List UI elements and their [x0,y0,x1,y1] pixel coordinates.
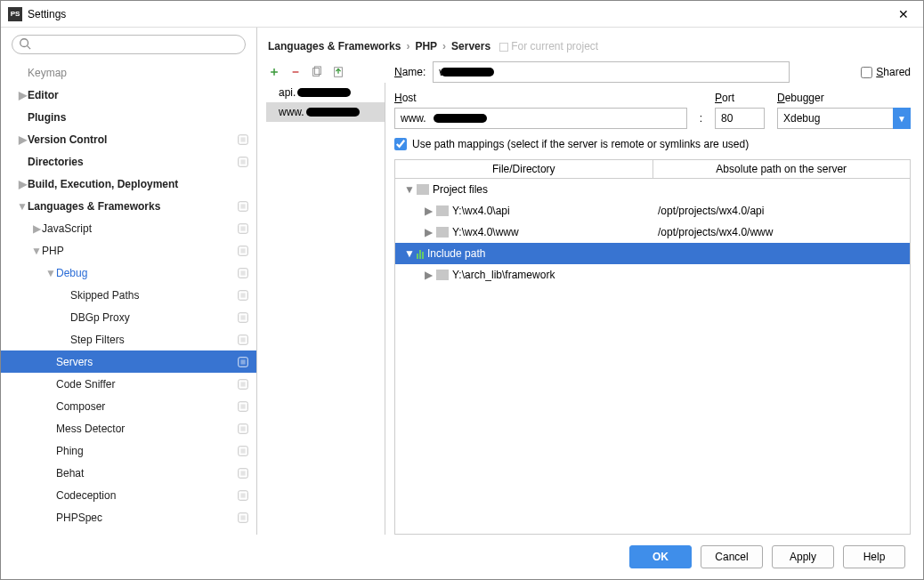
breadcrumb-sep-icon: › [442,40,446,52]
mapping-header-abs[interactable]: Absolute path on the server [653,160,911,178]
sidebar-item-javascript[interactable]: ▶JavaScript [1,217,256,239]
mapping-row[interactable]: ▶Y:\wx4.0\api/opt/projects/wx4.0/api [395,200,910,222]
sidebar-item-php[interactable]: ▼PHP [1,239,256,262]
port-input[interactable] [715,108,765,129]
use-path-mappings-label: Use path mappings (select if the server … [412,138,749,150]
host-col: Host [394,92,687,129]
tree-arrow-icon: ▶ [17,178,28,190]
sidebar-item-build-execution-deployment[interactable]: ▶Build, Execution, Deployment [1,173,256,195]
svg-rect-33 [240,493,245,497]
mapping-file-label: Include path [427,247,485,260]
sidebar-item-composer[interactable]: Composer [1,395,256,417]
search-box [12,35,246,54]
project-scope-icon [237,378,249,391]
help-button[interactable]: Help [843,545,905,568]
mapping-abs-path[interactable]: /opt/projects/wx4.0/api [652,205,910,217]
mapping-file-label: Y:\wx4.0\www [452,226,519,238]
port-label: Port [715,92,765,104]
use-path-mappings-checkbox[interactable]: Use path mappings (select if the server … [394,138,911,150]
debugger-col: Debugger Xdebug ▼ [777,92,911,129]
host-label: Host [394,92,687,104]
mapping-body[interactable]: ▼Project files▶Y:\wx4.0\api/opt/projects… [395,179,910,534]
project-scope-icon [237,334,249,346]
use-path-mappings-input[interactable] [394,138,407,150]
project-scope-icon [237,356,249,368]
sidebar-item-label: Build, Execution, Deployment [28,178,249,190]
server-list-item[interactable]: www. [266,102,385,122]
debugger-label: Debugger [777,92,911,104]
search-input[interactable] [12,35,246,54]
sidebar-item-plugins[interactable]: Plugins [1,106,256,128]
sidebar-item-phpspec[interactable]: PHPSpec [1,506,256,528]
sidebar-item-label: Composer [56,400,237,413]
debugger-select[interactable]: Xdebug [777,108,911,129]
server-list-item[interactable]: api. [266,83,385,102]
sidebar-item-codeception[interactable]: Codeception [1,484,256,506]
sidebar-item-label: Debug [56,267,237,279]
sidebar-item-version-control[interactable]: ▶Version Control [1,128,256,150]
titlebar: PS Settings ✕ [1,1,923,28]
server-form: Name: Shared Host [394,61,911,535]
breadcrumb-b[interactable]: PHP [415,40,437,52]
mapping-row[interactable]: ▼Include path [395,243,910,264]
remove-server-icon[interactable]: － [289,64,302,80]
tree-arrow-icon: ▼ [404,183,413,196]
host-input[interactable] [394,108,687,129]
sidebar-item-mess-detector[interactable]: Mess Detector [1,417,256,439]
sidebar-item-label: Languages & Frameworks [28,200,237,213]
window-title: Settings [28,8,891,20]
sidebar-item-debug[interactable]: ▼Debug [1,262,256,284]
svg-rect-31 [240,471,245,475]
mapping-row[interactable]: ▶Y:\wx4.0\www/opt/projects/wx4.0/www [395,222,910,243]
mapping-abs-path[interactable]: /opt/projects/wx4.0/www [652,226,910,238]
breadcrumb-a[interactable]: Languages & Frameworks [268,40,401,52]
breadcrumb-c[interactable]: Servers [451,40,490,52]
tree-arrow-icon: ▶ [424,226,433,238]
mapping-row[interactable]: ▼Project files [395,179,910,200]
sidebar-item-label: Mess Detector [56,423,237,435]
breadcrumb-sep-icon: › [406,40,409,52]
mapping-header-file[interactable]: File/Directory [395,160,653,178]
ok-button[interactable]: OK [629,545,692,568]
sidebar-item-dbgp-proxy[interactable]: DBGp Proxy [1,306,256,328]
sidebar-item-label: Plugins [28,111,249,124]
project-scope-icon [237,289,249,302]
settings-tree[interactable]: Keymap▶EditorPlugins▶Version ControlDire… [1,61,256,535]
project-scope-icon [237,423,249,435]
svg-rect-27 [240,426,245,431]
name-input[interactable] [433,61,789,83]
apply-button[interactable]: Apply [772,545,834,568]
sidebar-item-behat[interactable]: Behat [1,462,256,484]
right-body: ＋ － api.www. Name: [266,61,911,535]
mapping-file-label: Y:\wx4.0\api [452,205,510,217]
sidebar-item-step-filters[interactable]: Step Filters [1,328,256,350]
sidebar-item-directories[interactable]: Directories [1,150,256,173]
sidebar-item-code-sniffer[interactable]: Code Sniffer [1,373,256,395]
copy-server-icon[interactable] [311,66,323,78]
server-list[interactable]: api.www. [266,83,385,535]
sidebar-item-phing[interactable]: Phing [1,439,256,462]
port-col: Port [715,92,765,129]
tree-arrow-icon: ▼ [45,267,56,279]
project-scope-icon [237,400,249,413]
add-server-icon[interactable]: ＋ [268,64,280,80]
project-scope-icon [237,267,249,279]
sidebar-item-label: Editor [28,89,249,101]
sidebar-item-languages-frameworks[interactable]: ▼Languages & Frameworks [1,195,256,217]
mapping-row[interactable]: ▶Y:\arch_lib\framework [395,264,910,286]
sidebar-item-keymap[interactable]: Keymap [1,61,256,84]
sidebar-item-editor[interactable]: ▶Editor [1,84,256,106]
search-icon [19,37,31,50]
sidebar-item-servers[interactable]: Servers [1,350,256,373]
cancel-button[interactable]: Cancel [701,545,763,568]
sidebar-item-skipped-paths[interactable]: Skipped Paths [1,284,256,306]
tree-arrow-icon: ▶ [424,269,433,281]
svg-rect-9 [240,226,245,230]
shared-checkbox-input[interactable] [861,67,872,78]
folder-icon [436,270,449,280]
sidebar-item-label: Servers [56,356,237,368]
import-server-icon[interactable] [332,66,344,78]
folder-icon [417,184,429,195]
shared-checkbox[interactable]: Shared [861,66,911,78]
close-icon[interactable]: ✕ [891,4,916,25]
